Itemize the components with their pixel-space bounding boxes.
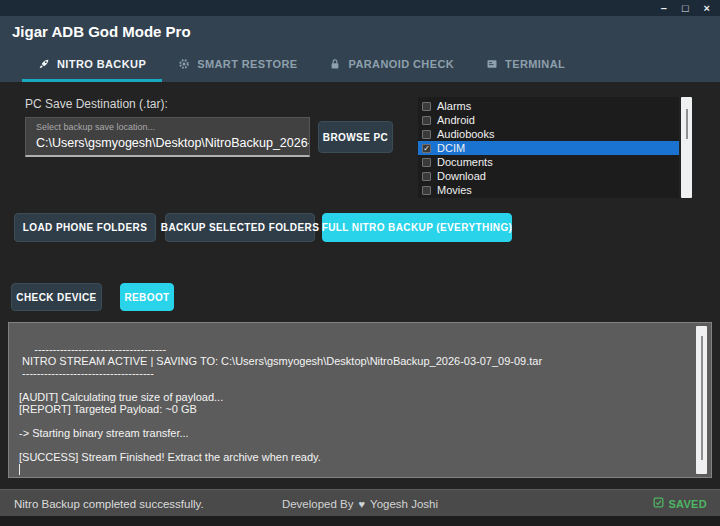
rocket-icon [38, 58, 50, 70]
saved-label: SAVED [668, 498, 707, 510]
folder-row[interactable]: Alarms [418, 99, 679, 113]
destination-label: PC Save Destination (.tar): [25, 97, 168, 111]
folder-name: Documents [437, 156, 493, 168]
checkbox-unchecked-icon[interactable] [422, 172, 431, 181]
heart-icon: ♥ [359, 498, 366, 510]
lock-icon [329, 58, 341, 70]
save-path-value: C:\Users\gsmyogesh\Desktop\NitroBackup_2… [36, 136, 310, 150]
save-path-placeholder: Select backup save location... [36, 122, 155, 132]
tab-paranoid-check[interactable]: PARANOID CHECK [313, 49, 470, 82]
log-scrollbar[interactable] [696, 326, 707, 474]
folder-name: Audiobooks [437, 128, 495, 140]
credit-name: Yogesh Joshi [370, 498, 438, 510]
tab-bar: NITRO BACKUP SMART RESTORE [22, 49, 581, 82]
tab-label: SMART RESTORE [197, 58, 297, 70]
folder-row[interactable]: Movies [418, 183, 679, 197]
checkbox-unchecked-icon[interactable] [422, 130, 431, 139]
folder-row[interactable]: Download [418, 169, 679, 183]
tab-terminal[interactable]: TERMINAL [470, 49, 581, 82]
folder-name: Movies [437, 184, 472, 196]
check-square-icon [653, 497, 664, 510]
titlebar: – □ × [0, 0, 720, 16]
tab-label: PARANOID CHECK [348, 58, 454, 70]
folder-list-scrollbar[interactable] [681, 97, 692, 198]
checkbox-unchecked-icon[interactable] [422, 158, 431, 167]
checkbox-unchecked-icon[interactable] [422, 186, 431, 195]
developer-credit: Developed By ♥ Yogesh Joshi [0, 490, 720, 517]
close-button[interactable]: × [704, 0, 710, 16]
folder-row[interactable]: Android [418, 113, 679, 127]
check-device-button[interactable]: CHECK DEVICE [11, 283, 102, 311]
text-caret [19, 464, 20, 475]
folder-row[interactable]: Audiobooks [418, 127, 679, 141]
tab-label: NITRO BACKUP [57, 58, 146, 70]
minimize-button[interactable]: – [661, 0, 667, 16]
reboot-button[interactable]: REBOOT [120, 283, 174, 311]
status-bar: Nitro Backup completed successfully. Dev… [0, 489, 720, 516]
folder-list[interactable]: AlarmsAndroidAudiobooks✓DCIMDocumentsDow… [418, 97, 679, 198]
credit-prefix: Developed By [282, 498, 354, 510]
terminal-icon [486, 58, 498, 70]
log-output[interactable]: ------------------------------------ NIT… [8, 322, 712, 478]
tab-smart-restore[interactable]: SMART RESTORE [162, 49, 313, 82]
tab-label: TERMINAL [505, 58, 565, 70]
header: Jigar ADB God Mode Pro NITRO BACKUP [0, 16, 720, 82]
folder-name: Download [437, 170, 486, 182]
checkbox-unchecked-icon[interactable] [422, 102, 431, 111]
folder-name: Alarms [437, 100, 471, 112]
browse-pc-button[interactable]: BROWSE PC [318, 121, 393, 153]
log-text: ------------------------------------ NIT… [19, 343, 542, 463]
save-path-input[interactable]: Select backup save location... C:\Users\… [25, 117, 310, 157]
app-title: Jigar ADB God Mode Pro [12, 23, 191, 40]
maximize-button[interactable]: □ [682, 0, 689, 16]
saved-badge: SAVED [653, 490, 707, 517]
checkbox-checked-icon[interactable]: ✓ [422, 144, 431, 153]
folder-row[interactable]: ✓DCIM [418, 141, 679, 155]
load-phone-folders-button[interactable]: LOAD PHONE FOLDERS [14, 213, 156, 242]
folder-row[interactable]: Documents [418, 155, 679, 169]
tab-nitro-backup[interactable]: NITRO BACKUP [22, 49, 162, 82]
full-nitro-backup-button[interactable]: FULL NITRO BACKUP (EVERYTHING) [322, 213, 512, 242]
app-window: – □ × Jigar ADB God Mode Pro NITRO BACKU… [0, 0, 720, 526]
folder-name: DCIM [437, 142, 465, 154]
window-bottom-edge [0, 516, 720, 526]
checkbox-unchecked-icon[interactable] [422, 116, 431, 125]
folder-name: Android [437, 114, 475, 126]
gear-icon [178, 58, 190, 70]
backup-selected-folders-button[interactable]: BACKUP SELECTED FOLDERS [165, 213, 315, 242]
